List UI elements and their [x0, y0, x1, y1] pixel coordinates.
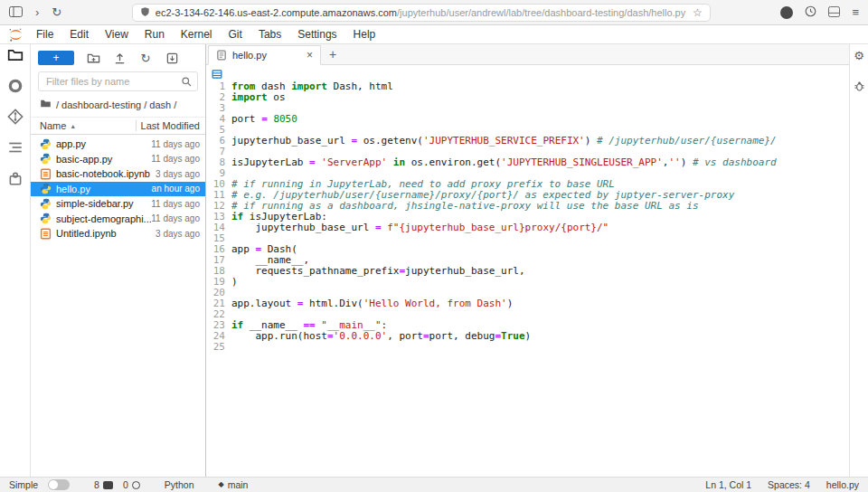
editor-toolbar [206, 65, 849, 80]
sort-ascending-icon: ▲ [70, 123, 76, 129]
menu-kernel[interactable]: Kernel [173, 28, 221, 41]
file-row[interactable]: simple-sidebar.py11 days ago [31, 196, 205, 212]
file-list: app.py11 days agobasic-app.py11 days ago… [31, 135, 205, 477]
home-folder-icon[interactable] [40, 98, 52, 111]
upload-icon[interactable] [112, 51, 127, 65]
file-name: hello.py [56, 184, 152, 194]
close-tab-icon[interactable]: × [307, 50, 313, 61]
debugger-bug-icon[interactable] [854, 80, 865, 91]
editor-column: hello.py × + 123456789101112131415161718… [206, 44, 849, 477]
file-name: basic-app.py [56, 154, 151, 165]
file-modified: 11 days ago [151, 199, 200, 209]
file-name: subject-demographi... [56, 213, 151, 224]
menu-git[interactable]: Git [221, 28, 250, 41]
browser-nav-icons: › ↻ [9, 5, 61, 21]
table-of-contents-icon[interactable] [7, 139, 24, 156]
file-browser-tab-icon[interactable] [7, 47, 24, 63]
file-modified: 11 days ago [151, 213, 200, 223]
browser-chrome: › ↻ ec2-3-134-62-146.us-east-2.compute.a… [0, 0, 868, 25]
new-launcher-button[interactable]: + [38, 51, 74, 65]
url-path: /jupyterhub/user/andrewl/lab/tree/dashbo… [397, 7, 685, 18]
menu-run[interactable]: Run [137, 28, 173, 41]
simple-mode-label: Simple [9, 479, 38, 490]
git-branch-icon: ◆ [219, 481, 224, 488]
text-file-icon [216, 50, 227, 61]
file-browser-panel: + ↻ [31, 44, 206, 477]
running-kernels-icon[interactable] [7, 78, 24, 94]
file-name: basic-notebook.ipynb [56, 168, 156, 179]
notebook-file-icon [40, 168, 52, 180]
git-branch-status[interactable]: ◆ main [219, 479, 249, 490]
cursor-position[interactable]: Ln 1, Col 1 [705, 479, 751, 490]
filter-box [38, 71, 198, 91]
simple-mode-toggle[interactable] [48, 479, 70, 490]
tab-hello-py[interactable]: hello.py × [208, 45, 321, 65]
shield-icon [140, 6, 150, 19]
kernels-status[interactable]: 0 [123, 479, 140, 490]
new-tab-button[interactable]: + [321, 44, 344, 64]
git-branch-name: main [228, 479, 249, 490]
extension-manager-icon[interactable] [7, 170, 24, 186]
git-icon[interactable] [7, 109, 24, 125]
breadcrumb-path[interactable]: / dashboard-testing / dash / [56, 99, 176, 110]
address-bar[interactable]: ec2-3-134-62-146.us-east-2.compute.amazo… [132, 4, 711, 22]
menu-tabs[interactable]: Tabs [250, 28, 289, 41]
kernel-icon [132, 481, 140, 489]
bookmark-star-icon[interactable]: ☆ [693, 7, 703, 18]
notebook-file-icon [40, 228, 52, 240]
python-file-icon [40, 213, 52, 224]
table-icon[interactable] [212, 67, 222, 78]
file-row[interactable]: subject-demographi...11 days ago [31, 212, 205, 227]
jupyter-logo-icon [8, 27, 24, 43]
kernels-count: 0 [123, 479, 128, 490]
property-inspector-gear-icon[interactable]: ⚙ [854, 50, 864, 62]
filter-files-input[interactable] [38, 71, 198, 91]
panel-icon[interactable] [828, 5, 840, 21]
search-icon [181, 75, 193, 87]
file-row[interactable]: basic-app.py11 days ago [31, 152, 205, 167]
forward-icon[interactable]: › [35, 6, 39, 18]
activity-bar [0, 44, 31, 477]
url-host: ec2-3-134-62-146.us-east-2.compute.amazo… [156, 7, 397, 18]
main-area: + ↻ [0, 44, 868, 477]
avatar-icon[interactable] [780, 6, 793, 19]
python-file-icon [40, 138, 52, 150]
terminals-status[interactable]: 8 [94, 479, 113, 490]
menu-settings[interactable]: Settings [289, 28, 344, 41]
menu-file[interactable]: File [28, 28, 61, 41]
python-file-icon [40, 183, 52, 194]
code-editor[interactable]: 1234567891011121314151617181920212223242… [206, 80, 849, 477]
new-folder-icon[interactable] [86, 51, 100, 65]
statusbar-right: Ln 1, Col 1 Spaces: 4 hello.py [705, 479, 859, 490]
file-list-header: Name ▲ Last Modified [31, 117, 205, 135]
file-row[interactable]: basic-notebook.ipynb3 days ago [31, 166, 205, 182]
statusbar-filename: hello.py [826, 479, 859, 490]
kernel-name[interactable]: Python [165, 479, 194, 490]
file-row[interactable]: app.py11 days ago [31, 137, 205, 152]
right-sidebar-strip: ⚙ [849, 44, 868, 477]
sidebar-toggle-icon[interactable] [9, 5, 23, 21]
tab-label: hello.py [232, 50, 267, 61]
indent-spaces[interactable]: Spaces: 4 [768, 479, 810, 490]
menu-edit[interactable]: Edit [61, 28, 97, 41]
column-last-modified[interactable]: Last Modified [137, 120, 205, 131]
file-row[interactable]: hello.pyan hour ago [31, 182, 205, 197]
refresh-files-icon[interactable]: ↻ [138, 51, 153, 65]
menu-view[interactable]: View [97, 28, 137, 41]
file-name: Untitled.ipynb [56, 228, 156, 239]
column-name[interactable]: Name ▲ [31, 120, 137, 131]
terminal-icon [103, 481, 113, 489]
file-modified: an hour ago [152, 184, 200, 194]
python-file-icon [40, 153, 52, 165]
tab-bar: hello.py × + [206, 44, 849, 65]
file-row[interactable]: Untitled.ipynb3 days ago [31, 226, 205, 241]
menu-icon[interactable]: ≡ [852, 6, 859, 18]
menu-help[interactable]: Help [345, 28, 384, 41]
jupyterlab-menubar: FileEditViewRunKernelGitTabsSettingsHelp [0, 25, 868, 44]
browser-refresh-icon[interactable]: ↻ [52, 6, 61, 18]
line-number-gutter: 1234567891011121314151617181920212223242… [206, 81, 231, 477]
clock-icon[interactable] [805, 5, 816, 21]
code-content[interactable]: from dash import Dash, htmlimport os por… [231, 81, 849, 477]
git-clone-icon[interactable] [165, 51, 179, 65]
browser-action-icons: ≡ [780, 5, 859, 21]
